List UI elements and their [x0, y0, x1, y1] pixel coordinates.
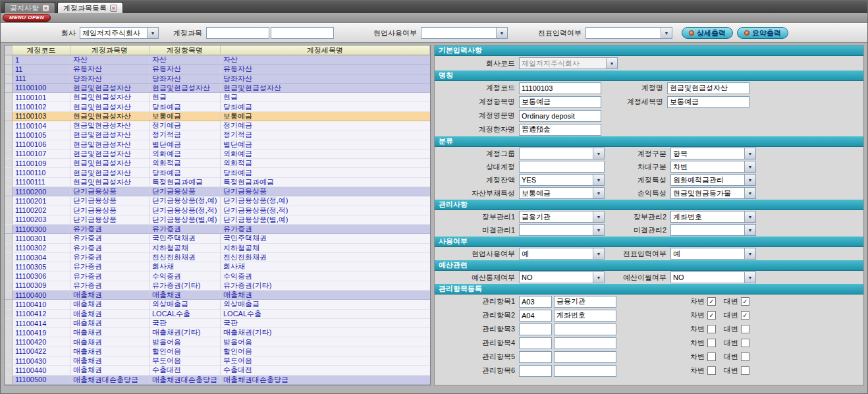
select-field[interactable]: 예▼	[670, 248, 756, 260]
tab-account-registration[interactable]: 계정과목등록 ✕	[57, 2, 123, 13]
row-gutter[interactable]	[5, 121, 13, 130]
chevron-down-icon[interactable]: ▼	[744, 161, 755, 172]
mgmt-code-input[interactable]	[519, 296, 552, 308]
table-row[interactable]: 11100412매출채권LOCAL수출LOCAL수출	[5, 310, 430, 319]
credit-checkbox[interactable]: ✓	[741, 297, 749, 306]
table-row[interactable]: 11100200단기금융상품단기금융상품단기금융상품	[5, 187, 430, 196]
row-gutter[interactable]	[5, 102, 13, 111]
chevron-down-icon[interactable]: ▼	[593, 148, 604, 159]
select-field[interactable]: YES▼	[519, 174, 605, 186]
row-gutter[interactable]	[5, 206, 13, 215]
select-field[interactable]: 보통예금▼	[519, 187, 605, 199]
text-field[interactable]	[519, 161, 605, 173]
chevron-down-icon[interactable]: ▼	[593, 211, 604, 222]
table-row[interactable]: 11100414매출채권국판국판	[5, 319, 430, 328]
row-gutter[interactable]	[5, 376, 13, 384]
chevron-down-icon[interactable]: ▼	[744, 211, 755, 222]
table-row[interactable]: 11100202단기금융상품단기금융상품(정,적)단기금융상품(정,적)	[5, 206, 430, 215]
row-gutter[interactable]	[5, 196, 13, 205]
table-row[interactable]: 11100304유가증권전신전화채권전신전화채권	[5, 253, 430, 262]
tab-notices[interactable]: 공지사항 ✕	[4, 2, 55, 13]
row-gutter[interactable]	[5, 178, 13, 186]
row-gutter[interactable]	[5, 281, 13, 290]
table-row[interactable]: 11유동자산유동자산유동자산	[5, 65, 430, 74]
table-row[interactable]: 11100430매출채권부도어음부도어음	[5, 356, 430, 366]
mgmt-name-input[interactable]	[554, 296, 616, 308]
mgmt-code-input[interactable]	[519, 351, 552, 363]
chevron-down-icon[interactable]: ▼	[661, 28, 672, 38]
debit-checkbox[interactable]	[707, 325, 716, 333]
select-field[interactable]: 예▼	[519, 248, 605, 260]
select-field[interactable]: 현금및현금등가물▼	[670, 187, 756, 199]
table-row[interactable]: 11100400매출채권매출채권매출채권	[5, 291, 430, 300]
menu-open-button[interactable]: MENU OPEN	[3, 14, 51, 22]
row-gutter[interactable]	[5, 150, 13, 158]
table-row[interactable]: 11100410매출채권외상매출금외상매출금	[5, 300, 430, 309]
row-gutter[interactable]	[5, 65, 13, 73]
debit-checkbox[interactable]	[707, 339, 716, 347]
select-field[interactable]: 항목▼	[670, 148, 756, 159]
table-row[interactable]: 11100110현금및현금성자산당좌예금당좌예금	[5, 168, 430, 177]
chevron-down-icon[interactable]: ▼	[744, 272, 755, 283]
mgmt-name-input[interactable]	[554, 324, 616, 335]
table-row[interactable]: 11100104현금및현금성자산정기예금정기예금	[5, 121, 430, 130]
chevron-down-icon[interactable]: ▼	[593, 225, 604, 235]
credit-checkbox[interactable]	[741, 339, 749, 347]
table-row[interactable]: 11100103현금및현금성자산보통예금보통예금	[5, 112, 430, 121]
chevron-down-icon[interactable]: ▼	[593, 248, 604, 259]
tab-close-icon[interactable]: ✕	[110, 5, 117, 12]
mgmt-code-input[interactable]	[519, 324, 552, 335]
table-row[interactable]: 11100440매출채권수출대전수출대전	[5, 366, 430, 375]
select-field[interactable]: ▼	[519, 224, 605, 236]
detail-print-button[interactable]: 상세출력	[682, 27, 733, 39]
slip-select[interactable]: ▼	[585, 27, 672, 39]
row-gutter[interactable]	[5, 310, 13, 318]
table-row[interactable]: 11100419매출채권매출채권(기타)매출채권(기타)	[5, 328, 430, 337]
row-gutter[interactable]	[5, 328, 13, 337]
table-row[interactable]: 11100100현금및현금성자산현금및현금성자산현금및현금성자산	[5, 84, 430, 93]
row-gutter[interactable]	[5, 84, 13, 92]
chevron-down-icon[interactable]: ▼	[606, 58, 617, 69]
mgmt-name-input[interactable]	[554, 337, 616, 349]
tab-close-icon[interactable]: ✕	[42, 5, 49, 12]
table-row[interactable]: 11100300유가증권유가증권유가증권	[5, 225, 430, 234]
account-name-field[interactable]	[667, 82, 749, 94]
chevron-down-icon[interactable]: ▼	[744, 248, 755, 259]
chevron-down-icon[interactable]: ▼	[593, 188, 604, 198]
row-gutter[interactable]	[5, 300, 13, 308]
credit-checkbox[interactable]	[741, 352, 749, 361]
table-row[interactable]: 11100109현금및현금성자산외화적금외화적금	[5, 159, 430, 168]
select-field[interactable]: 차변▼	[670, 161, 756, 173]
row-gutter[interactable]	[5, 262, 13, 271]
row-gutter[interactable]	[5, 291, 13, 299]
table-row[interactable]: 11100500매출채권대손충당금매출채권대손충당금매출채권대손충당금	[5, 376, 430, 385]
row-gutter[interactable]	[5, 356, 13, 365]
table-row[interactable]: 11100107현금및현금성자산외화예금외화예금	[5, 150, 430, 159]
table-row[interactable]: 11100102현금및현금성자산당좌예금당좌예금	[5, 102, 430, 111]
table-row[interactable]: 11100302유가증권지하철공채지하철공채	[5, 244, 430, 253]
mgmt-code-input[interactable]	[519, 365, 552, 377]
credit-checkbox[interactable]	[741, 325, 749, 333]
table-row[interactable]: 11100101현금및현금성자산현금현금	[5, 93, 430, 102]
debit-checkbox[interactable]	[707, 352, 716, 361]
chevron-down-icon[interactable]: ▼	[593, 272, 604, 283]
mgmt-name-input[interactable]	[554, 365, 616, 377]
row-gutter[interactable]	[5, 112, 13, 121]
english-name-field[interactable]	[519, 110, 601, 122]
select-field[interactable]: 금융기관▼	[519, 211, 605, 223]
row-gutter[interactable]	[5, 244, 13, 252]
mgmt-name-input[interactable]	[554, 351, 616, 363]
chevron-down-icon[interactable]: ▼	[744, 175, 755, 185]
chevron-down-icon[interactable]: ▼	[147, 28, 158, 38]
company-code-select[interactable]: 제일저지주식회사 ▼	[519, 57, 618, 69]
row-gutter[interactable]	[5, 140, 13, 149]
debit-checkbox[interactable]: ✓	[707, 311, 716, 320]
hanja-name-field[interactable]	[519, 124, 601, 136]
row-gutter[interactable]	[5, 225, 13, 233]
table-row[interactable]: 1자산자산자산	[5, 55, 430, 65]
detail-name-field[interactable]	[667, 96, 749, 108]
table-row[interactable]: 11100201단기금융상품단기금융상품(정,예)단기금융상품(정,예)	[5, 196, 430, 206]
company-select[interactable]: 제일저지주식회사 ▼	[80, 27, 159, 39]
row-gutter[interactable]	[5, 347, 13, 356]
row-gutter[interactable]	[5, 253, 13, 262]
